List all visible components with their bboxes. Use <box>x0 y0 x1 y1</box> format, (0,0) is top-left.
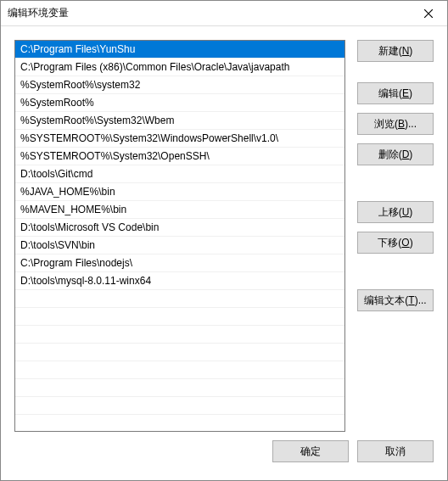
list-item[interactable] <box>15 326 344 344</box>
list-item[interactable]: D:\tools\mysql-8.0.11-winx64 <box>15 272 344 290</box>
list-item[interactable]: C:\Program Files\YunShu <box>15 41 344 59</box>
browse-button[interactable]: 浏览(B)... <box>357 113 434 135</box>
list-item[interactable]: C:\Program Files\nodejs\ <box>15 254 344 272</box>
list-item[interactable]: D:\tools\Microsoft VS Code\bin <box>15 219 344 237</box>
list-item[interactable] <box>15 290 344 308</box>
list-item[interactable]: %SystemRoot%\System32\Wbem <box>15 112 344 130</box>
list-item[interactable]: %MAVEN_HOME%\bin <box>15 201 344 219</box>
list-item[interactable]: %JAVA_HOME%\bin <box>15 183 344 201</box>
path-listbox[interactable]: C:\Program Files\YunShuC:\Program Files … <box>14 40 345 432</box>
list-item[interactable]: %SYSTEMROOT%\System32\OpenSSH\ <box>15 148 344 165</box>
dialog-body: C:\Program Files\YunShuC:\Program Files … <box>1 26 447 433</box>
cancel-button[interactable]: 取消 <box>357 440 434 462</box>
move-down-button[interactable]: 下移(O) <box>357 232 434 254</box>
button-sidebar: 新建(N) 编辑(E) 浏览(B)... 删除(D) 上移(U) 下移(O) 编… <box>357 40 434 433</box>
list-item[interactable]: %SystemRoot% <box>15 94 344 112</box>
list-item[interactable] <box>15 361 344 379</box>
list-item[interactable]: C:\Program Files (x86)\Common Files\Orac… <box>15 59 344 76</box>
edit-button[interactable]: 编辑(E) <box>357 82 434 104</box>
list-item[interactable] <box>15 308 344 326</box>
delete-button[interactable]: 删除(D) <box>357 143 434 165</box>
edit-text-button[interactable]: 编辑文本(T)... <box>357 289 434 311</box>
list-item[interactable]: D:\tools\Git\cmd <box>15 165 344 183</box>
new-button[interactable]: 新建(N) <box>357 40 434 62</box>
env-var-editor-window: 编辑环境变量 C:\Program Files\YunShuC:\Program… <box>0 0 448 481</box>
list-item[interactable]: D:\tools\SVN\bin <box>15 237 344 254</box>
window-title: 编辑环境变量 <box>8 6 69 20</box>
list-item[interactable] <box>15 397 344 415</box>
list-item[interactable]: %SYSTEMROOT%\System32\WindowsPowerShell\… <box>15 130 344 148</box>
ok-button[interactable]: 确定 <box>272 440 349 462</box>
titlebar: 编辑环境变量 <box>1 1 447 26</box>
dialog-footer: 确定 取消 <box>1 433 447 480</box>
move-up-button[interactable]: 上移(U) <box>357 201 434 223</box>
close-icon <box>424 7 433 20</box>
list-item[interactable] <box>15 344 344 361</box>
close-button[interactable] <box>409 1 447 26</box>
list-item[interactable]: %SystemRoot%\system32 <box>15 76 344 94</box>
list-item[interactable] <box>15 379 344 397</box>
